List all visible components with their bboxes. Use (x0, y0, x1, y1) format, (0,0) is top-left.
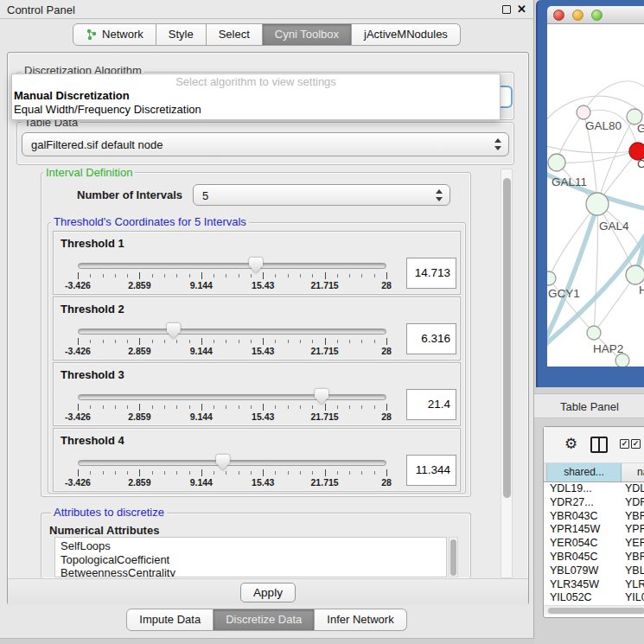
threshold-4-value-field[interactable]: 11.344 (406, 455, 456, 486)
threshold-2-label: Threshold 2 (61, 303, 124, 316)
table-row[interactable]: YIL052CYIL0 (544, 591, 644, 605)
tab-style[interactable]: Style (156, 23, 207, 46)
network-graph: GAL80 GAL11 GAL4 GCY1 HAP2 G C H (547, 24, 644, 367)
mac-close-icon[interactable] (553, 10, 564, 21)
table-row[interactable]: YBR043CYBR0 (544, 510, 644, 524)
float-window-icon[interactable] (502, 5, 511, 14)
panel-title: Control Panel (7, 3, 75, 16)
checked-box-icon[interactable]: ✓ (620, 439, 629, 449)
tab-select[interactable]: Select (207, 23, 263, 46)
network-icon (86, 29, 98, 41)
table-row[interactable]: YDR27...YDR2 (544, 496, 644, 510)
gear-icon[interactable]: ⚙ (564, 436, 577, 453)
table-row[interactable]: YBL079WYBL0 (544, 564, 644, 578)
threshold-3-label: Threshold 3 (61, 368, 124, 381)
threshold-2-value-field[interactable]: 6.316 (406, 323, 456, 354)
tab-jactivemnodules[interactable]: jActiveMNodules (352, 23, 461, 46)
node-label-clipped: G (637, 122, 644, 135)
slider-tick-labels: -3.4262.8599.14415.4321.71528 (78, 280, 386, 290)
dropdown-option-manual[interactable]: Manual Discretization (12, 89, 500, 103)
threshold-3-value-field[interactable]: 21.4 (406, 389, 456, 420)
slider-thumb[interactable] (315, 389, 328, 405)
right-column: GAL80 GAL11 GAL4 GCY1 HAP2 G C H Table P… (534, 0, 644, 644)
mac-zoom-icon[interactable] (591, 10, 603, 21)
threshold-3-slider[interactable] (78, 394, 386, 400)
tab-network[interactable]: Network (73, 23, 156, 46)
numerical-attributes-label: Numerical Attributes (49, 524, 159, 537)
threshold-2-slider[interactable] (78, 328, 386, 335)
table-data-combobox[interactable]: galFiltered.sif default node (22, 132, 509, 156)
slider-thumb[interactable] (249, 258, 263, 273)
list-item[interactable]: TopologicalCoefficient (61, 553, 446, 567)
apply-button[interactable]: Apply (240, 583, 296, 603)
screen: Control Panel ✕ Network Style Select Cyn… (0, 0, 644, 644)
node-hap2 (587, 326, 601, 340)
tab-cyni-toolbox[interactable]: Cyni Toolbox (263, 23, 352, 46)
cyni-toolbox-content: Discretization Algorithm Select algorith… (7, 52, 529, 605)
control-panel-titlebar: Control Panel ✕ (0, 0, 533, 19)
threshold-1-value-field[interactable]: 14.713 (406, 258, 456, 289)
table-horizontal-scrollbar[interactable] (544, 605, 644, 615)
threshold-4-label: Threshold 4 (61, 434, 124, 447)
table-data-value: galFiltered.sif default node (31, 133, 163, 157)
mac-minimize-icon[interactable] (572, 10, 583, 21)
scrollbar-thumb[interactable] (548, 608, 644, 614)
slider-tick-labels: -3.4262.8599.14415.4321.71528 (78, 411, 386, 422)
threshold-2-panel: Threshold 2 -3.4262.8599.14415.4321.7152… (53, 296, 461, 360)
slider-ticks (78, 338, 386, 345)
node-label-clipped: C (637, 157, 644, 170)
table-row[interactable]: YLR345WYLR3 (544, 578, 644, 592)
numerical-attributes-list[interactable]: SelfLoops TopologicalCoefficient Between… (54, 537, 447, 577)
node-gal4 (586, 193, 609, 215)
threshold-4-slider[interactable] (78, 460, 386, 466)
slider-ticks (78, 272, 386, 279)
checked-box-icon[interactable]: ✓ (631, 439, 641, 449)
slider-track[interactable] (78, 460, 386, 466)
slider-ticks (78, 404, 386, 411)
column-header-shared-name[interactable]: shared... (547, 463, 622, 481)
interval-definition-label: Interval Definition (43, 167, 135, 178)
list-item[interactable]: BetweennessCentrality (61, 566, 446, 577)
attributes-list-scrollbar[interactable] (449, 537, 458, 577)
table-row[interactable]: YBR045CYBR0 (544, 551, 644, 564)
scrollbar-thumb[interactable] (503, 178, 511, 498)
close-icon[interactable]: ✕ (517, 3, 526, 16)
node-gal11 (548, 154, 565, 171)
stepper-arrows-icon (494, 138, 501, 150)
control-panel-window: Control Panel ✕ Network Style Select Cyn… (0, 0, 534, 639)
bottom-tab-bar: Impute Data Discretize Data Infer Networ… (0, 609, 533, 631)
dropdown-prompt: Select algorithm to view settings (12, 74, 500, 89)
slider-thumb[interactable] (216, 455, 230, 470)
node-label: HAP2 (593, 342, 623, 355)
number-of-intervals-combobox[interactable]: 5 (193, 184, 450, 206)
table-row[interactable]: YDL19...YDL1 (544, 482, 644, 496)
threshold-4-panel: Threshold 4 -3.4262.8599.14415.4321.7152… (53, 428, 461, 492)
node-label: GAL11 (552, 175, 587, 188)
table-row[interactable]: YER054CYER0 (544, 537, 644, 551)
node-right-mid (626, 265, 644, 284)
network-view-window: GAL80 GAL11 GAL4 GCY1 HAP2 G C H (536, 0, 644, 387)
split-columns-icon[interactable] (590, 437, 608, 453)
network-window-titlebar (547, 6, 644, 24)
column-header-name[interactable]: na (622, 463, 644, 481)
slider-thumb[interactable] (167, 323, 181, 339)
table-header-row: shared... na (544, 463, 644, 482)
slider-track[interactable] (78, 394, 386, 400)
tab-impute-data[interactable]: Impute Data (126, 609, 214, 631)
slider-tick-labels: -3.4262.8599.14415.4321.71528 (78, 346, 386, 356)
algorithm-dropdown-popup: Select algorithm to view settings Manual… (11, 73, 501, 120)
dropdown-option-equal-width[interactable]: Equal Width/Frequency Discretization (12, 103, 500, 117)
content-vertical-scrollbar[interactable] (501, 169, 513, 578)
stepper-arrows-icon (436, 189, 443, 201)
table-toolbar: ⚙ ✓ ✓ (544, 427, 644, 463)
network-canvas[interactable]: GAL80 GAL11 GAL4 GCY1 HAP2 G C H (547, 24, 644, 367)
list-item[interactable]: SelfLoops (61, 539, 446, 553)
threshold-1-slider[interactable] (78, 263, 386, 269)
scrollbar-thumb[interactable] (450, 539, 456, 576)
table-row[interactable]: YPR145WYPR1 (544, 523, 644, 537)
slider-track[interactable] (78, 263, 386, 269)
tab-discretize-data[interactable]: Discretize Data (214, 609, 315, 631)
tab-infer-network[interactable]: Infer Network (315, 609, 406, 631)
slider-track[interactable] (78, 328, 386, 335)
node-gal80 (577, 105, 590, 119)
